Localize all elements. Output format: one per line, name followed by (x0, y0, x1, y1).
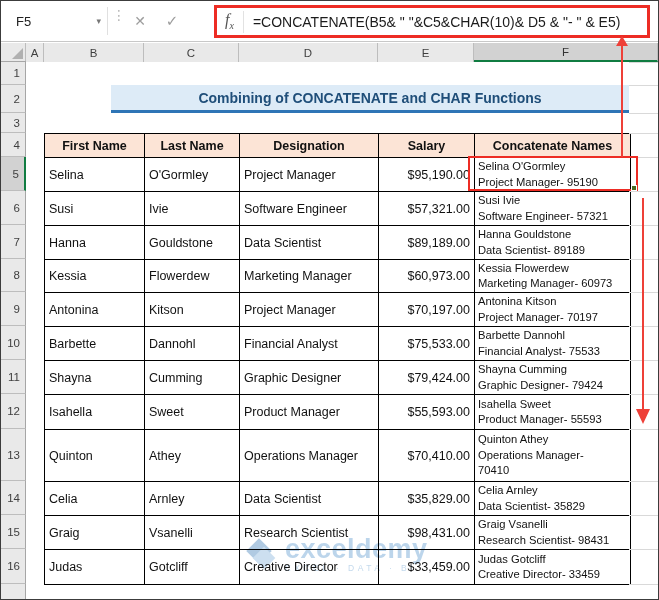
cell-designation[interactable]: Creative Director (240, 550, 379, 585)
cell-last-name[interactable]: Kitson (145, 293, 240, 327)
select-all-button[interactable] (1, 43, 26, 61)
formula-input[interactable]: =CONCATENATE(B5& " "&C5&CHAR(10)& D5 & "… (253, 14, 621, 30)
row-header[interactable]: 4 (1, 133, 26, 157)
cancel-icon[interactable]: ✕ (127, 7, 153, 35)
cell-last-name[interactable]: Vsanelli (145, 516, 240, 550)
cell-salary[interactable]: $57,321.00 (379, 192, 475, 226)
row-header[interactable]: 13 (1, 429, 26, 481)
cell-concatenated[interactable]: Judas Gotcliff Creative Director- 33459 (475, 550, 631, 585)
column-header-e[interactable]: E (378, 43, 474, 62)
cell-first-name[interactable]: Barbette (45, 327, 145, 361)
row-header[interactable]: 14 (1, 481, 26, 515)
cell-concatenated[interactable]: Selina O'Gormley Project Manager- 95190 (475, 158, 631, 192)
cell-designation[interactable]: Data Scientist (240, 482, 379, 516)
column-header-a[interactable]: A (26, 43, 44, 62)
cell-designation[interactable]: Project Manager (240, 293, 379, 327)
column-header-f-selected[interactable]: F (474, 43, 658, 62)
gridline-segment (629, 113, 658, 114)
cell-salary[interactable]: $35,829.00 (379, 482, 475, 516)
cell-first-name[interactable]: Antonina (45, 293, 145, 327)
sheet-title-cell[interactable]: Combining of CONCATENATE and CHAR Functi… (111, 85, 629, 113)
cell-designation[interactable]: Operations Manager (240, 430, 379, 482)
cell-designation[interactable]: Graphic Designer (240, 361, 379, 395)
row-header[interactable]: 3 (1, 113, 26, 133)
cell-first-name[interactable]: Isahella (45, 395, 145, 430)
cell-salary[interactable]: $79,424.00 (379, 361, 475, 395)
cell-salary[interactable]: $70,197.00 (379, 293, 475, 327)
cell-concatenated[interactable]: Barbette Dannohl Financial Analyst- 7553… (475, 327, 631, 361)
cell-first-name[interactable]: Hanna (45, 226, 145, 260)
header-concatenate-names[interactable]: Concatenate Names (475, 134, 631, 158)
cell-concatenated[interactable]: Shayna Cumming Graphic Designer- 79424 (475, 361, 631, 395)
table-row: Quinton Athey Operations Manager $70,410… (45, 430, 631, 482)
row-header[interactable]: 10 (1, 326, 26, 360)
cell-salary[interactable]: $89,189.00 (379, 226, 475, 260)
row-header[interactable]: 2 (1, 85, 26, 113)
row-header[interactable]: 7 (1, 225, 26, 259)
cell-salary[interactable]: $60,973.00 (379, 260, 475, 293)
cell-salary[interactable]: $75,533.00 (379, 327, 475, 361)
column-header-d[interactable]: D (239, 43, 378, 62)
cell-last-name[interactable]: O'Gormley (145, 158, 240, 192)
row-header[interactable]: 1 (1, 62, 26, 85)
row-header[interactable]: 15 (1, 515, 26, 549)
cell-last-name[interactable]: Gouldstone (145, 226, 240, 260)
cell-concatenated[interactable]: Kessia Flowerdew Marketing Manager- 6097… (475, 260, 631, 293)
column-header-b[interactable]: B (44, 43, 144, 62)
cell-first-name[interactable]: Selina (45, 158, 145, 192)
header-designation[interactable]: Designation (240, 134, 379, 158)
cell-concatenated[interactable]: Quinton Athey Operations Manager- 70410 (475, 430, 631, 482)
cell-first-name[interactable]: Celia (45, 482, 145, 516)
fill-handle[interactable] (631, 185, 637, 191)
row-header[interactable]: 6 (1, 191, 26, 225)
cell-first-name[interactable]: Kessia (45, 260, 145, 293)
cell-designation[interactable]: Data Scientist (240, 226, 379, 260)
row-header[interactable]: 9 (1, 292, 26, 326)
cell-designation[interactable]: Research Scientist (240, 516, 379, 550)
header-last-name[interactable]: Last Name (145, 134, 240, 158)
cell-salary[interactable]: $70,410.00 (379, 430, 475, 482)
dropdown-caret-icon[interactable]: ▾ (96, 16, 101, 26)
name-box[interactable]: F5 ▾ (7, 7, 107, 35)
cell-first-name[interactable]: Shayna (45, 361, 145, 395)
cell-concatenated[interactable]: Celia Arnley Data Scientist- 35829 (475, 482, 631, 516)
row-header[interactable]: 12 (1, 394, 26, 429)
row-header[interactable]: 8 (1, 259, 26, 292)
insert-function-icon[interactable]: fx (217, 11, 243, 31)
cell-designation[interactable]: Marketing Manager (240, 260, 379, 293)
column-header-c[interactable]: C (144, 43, 239, 62)
cell-first-name[interactable]: Quinton (45, 430, 145, 482)
cell-designation[interactable]: Project Manager (240, 158, 379, 192)
cell-first-name[interactable]: Judas (45, 550, 145, 585)
gridline-segment (629, 157, 658, 158)
row-header-5-selected[interactable]: 5 (1, 157, 26, 191)
cell-last-name[interactable]: Sweet (145, 395, 240, 430)
cell-last-name[interactable]: Cumming (145, 361, 240, 395)
row-header[interactable]: 16 (1, 549, 26, 584)
cell-concatenated[interactable]: Antonina Kitson Project Manager- 70197 (475, 293, 631, 327)
row-header[interactable]: 11 (1, 360, 26, 394)
cell-last-name[interactable]: Arnley (145, 482, 240, 516)
cell-concatenated[interactable]: Susi Ivie Software Engineer- 57321 (475, 192, 631, 226)
drag-handle-icon[interactable]: ⋮ (112, 10, 120, 21)
cell-last-name[interactable]: Athey (145, 430, 240, 482)
cell-last-name[interactable]: Flowerdew (145, 260, 240, 293)
cell-salary[interactable]: $55,593.00 (379, 395, 475, 430)
cell-designation[interactable]: Financial Analyst (240, 327, 379, 361)
cell-last-name[interactable]: Ivie (145, 192, 240, 226)
header-salary[interactable]: Salary (379, 134, 475, 158)
cell-concatenated[interactable]: Graig Vsanelli Research Scientist- 98431 (475, 516, 631, 550)
enter-icon[interactable]: ✓ (159, 7, 185, 35)
cell-last-name[interactable]: Gotcliff (145, 550, 240, 585)
header-first-name[interactable]: First Name (45, 134, 145, 158)
cell-first-name[interactable]: Susi (45, 192, 145, 226)
cell-concatenated[interactable]: Isahella Sweet Product Manager- 55593 (475, 395, 631, 430)
cell-salary[interactable]: $95,190.00 (379, 158, 475, 192)
cell-first-name[interactable]: Graig (45, 516, 145, 550)
cell-concatenated[interactable]: Hanna Gouldstone Data Scientist- 89189 (475, 226, 631, 260)
cell-salary[interactable]: $33,459.00 (379, 550, 475, 585)
cell-salary[interactable]: $98,431.00 (379, 516, 475, 550)
cell-last-name[interactable]: Dannohl (145, 327, 240, 361)
cell-designation[interactable]: Software Engineer (240, 192, 379, 226)
cell-designation[interactable]: Product Manager (240, 395, 379, 430)
